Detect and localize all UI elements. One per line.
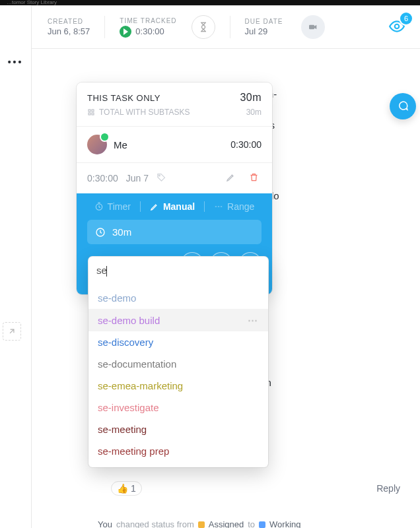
tag-option-menu[interactable]: ⋯ (248, 314, 259, 326)
due-block[interactable]: DUE DATE Jul 29 (245, 18, 283, 36)
more-menu-button[interactable]: ••• (0, 57, 31, 67)
svg-rect-3 (92, 110, 94, 112)
svg-rect-0 (309, 25, 314, 30)
tab-range[interactable]: Range (214, 201, 254, 212)
svg-rect-5 (92, 113, 94, 115)
chat-fab[interactable] (390, 93, 416, 119)
duration-input[interactable]: 30m (87, 220, 262, 244)
user-total-row[interactable]: Me 0:30:00 (77, 127, 272, 162)
reply-button[interactable]: Reply (376, 483, 400, 494)
due-value: Jul 29 (245, 26, 283, 36)
tag-option[interactable]: se-meeting (88, 418, 268, 440)
reaction-thumbs-up[interactable]: 👍 1 (111, 481, 142, 496)
delete-entry-button[interactable] (246, 170, 262, 187)
tag-icon[interactable] (157, 172, 166, 184)
subtasks-value: 30m (246, 108, 262, 117)
play-icon[interactable] (120, 26, 131, 38)
created-label: CREATED (48, 18, 90, 25)
watchers-button[interactable]: 6 (388, 18, 405, 37)
comment-footer: 👍 1 Reply (111, 481, 400, 496)
status-color-working (259, 521, 265, 528)
edit-entry-button[interactable] (223, 170, 238, 187)
estimate-button[interactable] (192, 15, 215, 39)
user-total: 0:30:00 (230, 139, 262, 150)
left-rail: ••• (0, 5, 32, 528)
task-meta-bar: CREATED Jun 6, 8:57 TIME TRACKED 0:30:00… (32, 6, 420, 49)
tab-manual[interactable]: Manual (150, 201, 195, 212)
tag-option[interactable]: se-demo (88, 287, 268, 309)
tag-dropdown: se se-demose-demo build⋯se-discoveryse-d… (88, 257, 268, 467)
tag-list: se-demose-demo build⋯se-discoveryse-docu… (88, 284, 268, 467)
tab-timer[interactable]: Timer (94, 201, 131, 212)
this-task-label: THIS TASK ONLY (87, 93, 160, 103)
time-tracked-value: 0:30:00 (135, 26, 164, 36)
time-tracked-label: TIME TRACKED (120, 17, 176, 24)
entry-duration: 0:30:00 (87, 173, 118, 183)
record-clip-button[interactable] (301, 15, 325, 39)
presence-dot (101, 133, 108, 141)
watchers-count: 6 (400, 13, 412, 24)
subtasks-label: TOTAL WITH SUBTASKS (87, 108, 190, 117)
activity-status-line: You changed status from Assigned to Work… (98, 519, 400, 528)
svg-point-6 (158, 175, 160, 176)
svg-rect-2 (88, 110, 90, 112)
tag-option[interactable]: se-investigate (88, 397, 268, 418)
avatar (87, 135, 107, 154)
created-block: CREATED Jun 6, 8:57 (48, 18, 90, 36)
this-task-value: 30m (240, 92, 262, 104)
tag-option[interactable]: se-emea-marketing (88, 375, 268, 397)
svg-point-1 (395, 24, 400, 28)
time-tracked-block[interactable]: TIME TRACKED 0:30:00 (120, 17, 176, 38)
svg-rect-4 (88, 113, 90, 115)
tag-option[interactable]: se-documentation (88, 353, 268, 375)
status-color-assigned (198, 521, 205, 528)
entry-date: Jun 7 (126, 173, 149, 183)
tag-option[interactable]: se-discovery (88, 331, 268, 353)
time-entry-row[interactable]: 0:30:00 Jun 7 (77, 163, 272, 193)
titlebar-strip: …tomor Story Library (0, 0, 420, 5)
expand-icon[interactable] (3, 322, 21, 341)
duration-value: 30m (112, 226, 131, 238)
tag-search-input[interactable] (96, 263, 260, 283)
due-label: DUE DATE (245, 18, 283, 25)
separator (104, 16, 105, 38)
clock-icon (95, 227, 106, 238)
created-value: Jun 6, 8:57 (48, 26, 90, 36)
tag-option[interactable]: se-demo build⋯ (88, 309, 268, 331)
tag-option[interactable]: se-meeting prep (88, 440, 268, 462)
user-name: Me (114, 139, 127, 150)
separator (230, 16, 230, 38)
